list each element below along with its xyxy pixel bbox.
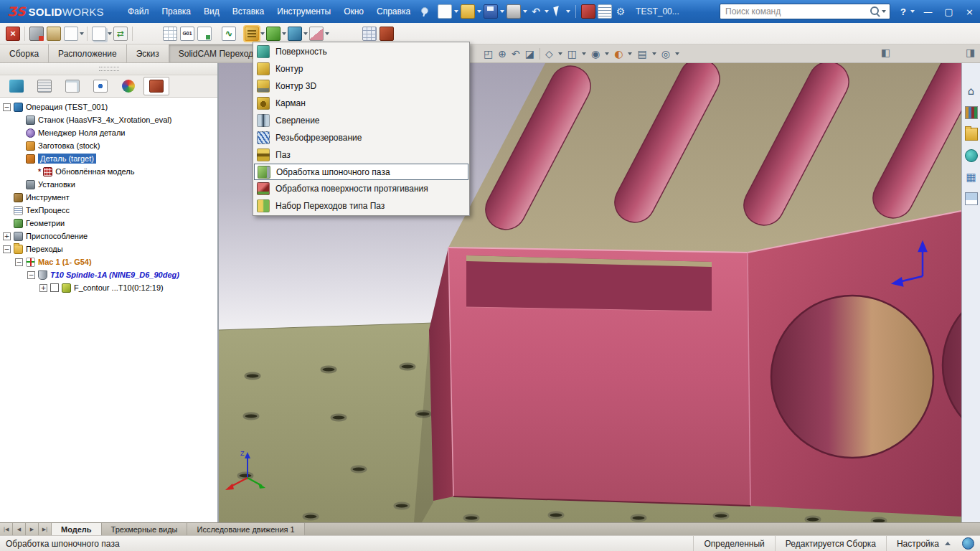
displaymanager-tab[interactable] — [116, 77, 141, 95]
minimize-button[interactable]: — — [918, 0, 938, 23]
solidcam-manager-tab[interactable] — [143, 77, 169, 95]
operations-list-icon[interactable] — [598, 4, 612, 19]
zoom-fit-icon[interactable] — [484, 49, 493, 59]
apply-scene-icon[interactable] — [637, 49, 646, 59]
new-document-icon[interactable] — [438, 4, 452, 19]
appearances-icon[interactable] — [965, 192, 978, 205]
dropdown-arrow-icon[interactable] — [500, 10, 504, 13]
tab-3d-views[interactable]: Трехмерные виды — [102, 523, 188, 535]
configurationmanager-tab[interactable] — [60, 77, 85, 95]
design-library-icon[interactable] — [965, 106, 978, 119]
tab-motion-study[interactable]: Исследование движения 1 — [187, 523, 304, 535]
tree-item-updated-model[interactable]: * Обновлённая модель — [0, 165, 217, 178]
dropdown-arrow-icon[interactable] — [545, 10, 549, 13]
expander-icon[interactable]: − — [15, 258, 23, 266]
dropdown-arrow-icon[interactable] — [108, 32, 112, 35]
tree-item-mac1[interactable]: − Mac 1 (1- G54) — [0, 255, 217, 268]
help-dropdown-icon[interactable] — [910, 10, 915, 13]
calculator-icon[interactable] — [362, 27, 377, 41]
edit-appearance-icon[interactable] — [614, 49, 623, 59]
delete-operation-icon[interactable] — [309, 27, 324, 41]
menu-item-slot[interactable]: Паз — [254, 146, 468, 164]
help-button[interactable]: ? — [896, 6, 910, 17]
tree-item-setups[interactable]: Установки — [0, 178, 217, 191]
forum-icon[interactable] — [965, 149, 978, 162]
quick-settings-button[interactable]: Настройка — [886, 536, 961, 551]
expand-task-pane-icon[interactable] — [966, 47, 975, 57]
menu-help[interactable]: Справка — [370, 0, 417, 23]
dropdown-arrow-icon[interactable] — [477, 10, 481, 13]
undo-icon[interactable] — [529, 5, 542, 18]
menu-item-pocket[interactable]: Карман — [254, 95, 468, 112]
tree-item-geometries[interactable]: Геометрии — [0, 217, 217, 230]
file-explorer-icon[interactable] — [965, 128, 978, 141]
tree-item-zero-manager[interactable]: Менеджер Ноля детали — [0, 126, 217, 139]
dropdown-arrow-icon[interactable] — [325, 32, 329, 35]
tree-item-target[interactable]: Деталь (target) — [0, 152, 217, 165]
turning-operations-icon[interactable] — [288, 27, 302, 41]
geometry-edit-icon[interactable] — [222, 27, 236, 41]
milling-operations-icon[interactable] — [245, 27, 259, 41]
expander-icon[interactable]: + — [3, 232, 11, 240]
expander-icon[interactable]: − — [3, 245, 11, 253]
tree-item-operations-folder[interactable]: − Переходы — [0, 242, 217, 255]
view-orientation-icon[interactable] — [545, 49, 553, 59]
dropdown-arrow-icon[interactable] — [675, 52, 679, 55]
tree-item-t10-spindle[interactable]: − T10 Spindle-1A (NINE9_D6_90deg) — [0, 268, 217, 281]
dropdown-arrow-icon[interactable] — [652, 52, 656, 55]
solidcam-part-icon[interactable] — [581, 4, 595, 19]
dropdown-arrow-icon[interactable] — [260, 32, 265, 35]
solidcam-exit-icon[interactable] — [6, 27, 20, 41]
menu-item-slot-set[interactable]: Набор Переходов типа Паз — [254, 197, 468, 215]
propertymanager-tab[interactable] — [32, 77, 57, 95]
next-tab-button[interactable] — [26, 523, 39, 535]
documentation-icon[interactable] — [197, 27, 212, 41]
cam-parts-icon[interactable] — [47, 27, 61, 41]
tree-item-machine[interactable]: Станок (HaasVF3_4x_Xrotation_eval) — [0, 113, 217, 126]
menu-window[interactable]: Окно — [337, 0, 370, 23]
menu-insert[interactable]: Вставка — [226, 0, 271, 23]
tree-item-process[interactable]: ТехПроцесс — [0, 204, 217, 217]
search-dropdown-icon[interactable] — [882, 10, 886, 13]
last-tab-button[interactable] — [39, 523, 52, 535]
previous-tab-button[interactable] — [13, 523, 26, 535]
collapse-pane-icon[interactable] — [881, 47, 890, 57]
menu-tools[interactable]: Инструменты — [270, 0, 337, 23]
menu-item-drilling[interactable]: Сверление — [254, 112, 468, 129]
tree-item-fixture[interactable]: + Приспособление — [0, 230, 217, 242]
menu-item-contour-3d[interactable]: Контур 3D — [254, 77, 468, 95]
search-icon[interactable] — [870, 6, 879, 15]
previous-view-icon[interactable] — [512, 49, 520, 59]
menu-file[interactable]: Файл — [121, 0, 156, 23]
tree-item-stock[interactable]: Заготовка (stock) — [0, 139, 217, 152]
search-input[interactable] — [724, 6, 868, 17]
gcode-icon[interactable]: G01 — [180, 27, 194, 41]
pin-menubar-icon[interactable] — [420, 6, 429, 17]
3d-milling-operations-icon[interactable] — [266, 27, 281, 41]
tab-layout[interactable]: Расположение — [49, 44, 127, 62]
dropdown-arrow-icon[interactable] — [454, 10, 458, 13]
copy-icon[interactable] — [92, 27, 106, 41]
simulation-icon[interactable] — [380, 27, 394, 41]
operation-checkbox[interactable] — [50, 283, 59, 292]
operations-table-icon[interactable] — [163, 27, 177, 41]
home-icon[interactable] — [965, 85, 978, 98]
maximize-button[interactable]: ▢ — [938, 0, 959, 23]
section-view-icon[interactable] — [525, 49, 534, 59]
dropdown-arrow-icon[interactable] — [282, 32, 286, 35]
view-settings-icon[interactable] — [661, 49, 670, 59]
open-document-icon[interactable] — [461, 4, 475, 19]
tree-item-tools[interactable]: Инструмент — [0, 191, 217, 204]
featuremanager-tab[interactable] — [4, 77, 29, 95]
dropdown-arrow-icon[interactable] — [523, 10, 527, 13]
dropdown-arrow-icon[interactable] — [558, 52, 562, 55]
tab-assembly[interactable]: Сборка — [0, 44, 49, 62]
dropdown-arrow-icon[interactable] — [605, 52, 609, 55]
synchronize-icon[interactable] — [113, 27, 128, 41]
dropdown-arrow-icon[interactable] — [628, 52, 632, 55]
hide-show-items-icon[interactable] — [591, 49, 600, 59]
view-palette-icon[interactable] — [965, 171, 978, 184]
display-style-icon[interactable] — [567, 49, 577, 59]
menu-item-broaching[interactable]: Обработка поверхности протягивания — [254, 180, 468, 197]
panel-splitter[interactable] — [0, 63, 217, 75]
